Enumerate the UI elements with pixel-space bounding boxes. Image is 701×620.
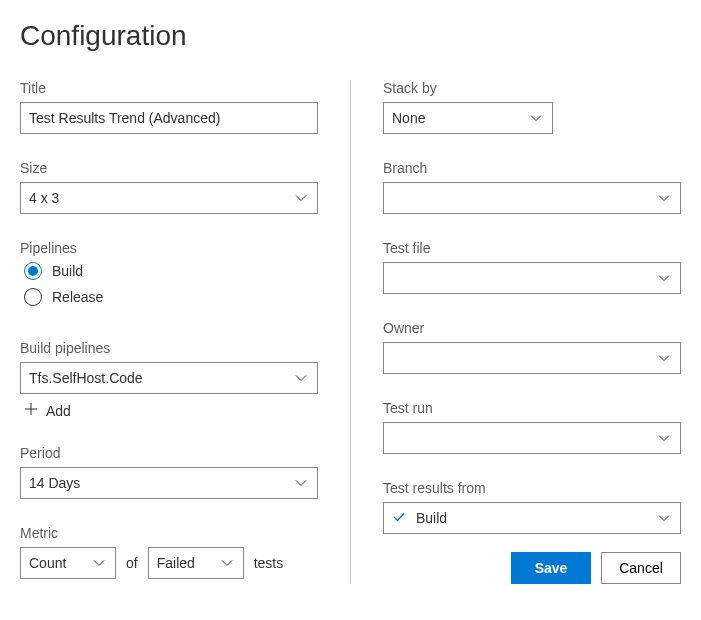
resultsfrom-select[interactable]: Build: [383, 502, 681, 534]
stackby-select[interactable]: None: [383, 102, 553, 134]
chevron-down-icon: [221, 557, 233, 569]
resultsfrom-field: Test results from Build: [383, 480, 681, 534]
check-icon: [392, 510, 406, 527]
title-field: Title: [20, 80, 318, 134]
build-pipelines-value: Tfs.SelfHost.Code: [29, 370, 143, 386]
page-title: Configuration: [20, 20, 681, 52]
metric-failed-select[interactable]: Failed: [148, 547, 244, 579]
radio-build[interactable]: Build: [20, 262, 318, 280]
title-input[interactable]: [20, 102, 318, 134]
stackby-field: Stack by None: [383, 80, 681, 134]
add-label: Add: [46, 403, 71, 419]
pipelines-field: Pipelines Build Release: [20, 240, 318, 314]
radio-release[interactable]: Release: [20, 288, 318, 306]
metric-count-value: Count: [29, 555, 66, 571]
period-select[interactable]: 14 Days: [20, 467, 318, 499]
resultsfrom-value: Build: [416, 510, 447, 526]
owner-field: Owner: [383, 320, 681, 374]
branch-field: Branch: [383, 160, 681, 214]
owner-select[interactable]: [383, 342, 681, 374]
pipelines-label: Pipelines: [20, 240, 318, 256]
chevron-down-icon: [658, 512, 670, 524]
period-value: 14 Days: [29, 475, 80, 491]
save-button[interactable]: Save: [511, 552, 591, 584]
cancel-button[interactable]: Cancel: [601, 552, 681, 584]
radio-build-label: Build: [52, 263, 83, 279]
testfile-select[interactable]: [383, 262, 681, 294]
build-pipelines-label: Build pipelines: [20, 340, 318, 356]
radio-icon-checked: [24, 262, 42, 280]
chevron-down-icon: [658, 272, 670, 284]
chevron-down-icon: [295, 192, 307, 204]
title-label: Title: [20, 80, 318, 96]
size-field: Size 4 x 3: [20, 160, 318, 214]
chevron-down-icon: [530, 112, 542, 124]
stackby-label: Stack by: [383, 80, 681, 96]
branch-select[interactable]: [383, 182, 681, 214]
testrun-label: Test run: [383, 400, 681, 416]
metric-field: Metric Count of Failed tests: [20, 525, 318, 579]
chevron-down-icon: [658, 352, 670, 364]
build-pipelines-field: Build pipelines Tfs.SelfHost.Code Add: [20, 340, 318, 419]
branch-label: Branch: [383, 160, 681, 176]
add-pipeline-button[interactable]: Add: [20, 394, 318, 419]
button-row: Save Cancel: [383, 552, 681, 584]
period-label: Period: [20, 445, 318, 461]
owner-label: Owner: [383, 320, 681, 336]
metric-of-text: of: [126, 555, 138, 571]
size-label: Size: [20, 160, 318, 176]
testfile-label: Test file: [383, 240, 681, 256]
radio-icon-unchecked: [24, 288, 42, 306]
metric-tests-text: tests: [254, 555, 284, 571]
chevron-down-icon: [295, 477, 307, 489]
chevron-down-icon: [658, 192, 670, 204]
size-select[interactable]: 4 x 3: [20, 182, 318, 214]
build-pipelines-select[interactable]: Tfs.SelfHost.Code: [20, 362, 318, 394]
metric-label: Metric: [20, 525, 318, 541]
metric-failed-value: Failed: [157, 555, 195, 571]
stackby-value: None: [392, 110, 425, 126]
metric-count-select[interactable]: Count: [20, 547, 116, 579]
testrun-select[interactable]: [383, 422, 681, 454]
testfile-field: Test file: [383, 240, 681, 294]
plus-icon: [24, 402, 38, 419]
chevron-down-icon: [295, 372, 307, 384]
chevron-down-icon: [658, 432, 670, 444]
resultsfrom-label: Test results from: [383, 480, 681, 496]
chevron-down-icon: [93, 557, 105, 569]
size-value: 4 x 3: [29, 190, 59, 206]
radio-release-label: Release: [52, 289, 103, 305]
period-field: Period 14 Days: [20, 445, 318, 499]
testrun-field: Test run: [383, 400, 681, 454]
